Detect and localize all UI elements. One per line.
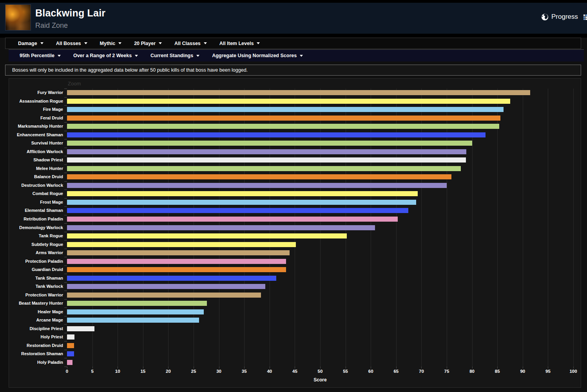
- chart-bar-protection-warrior[interactable]: [67, 293, 261, 298]
- x-tick-label: 95: [538, 369, 557, 374]
- chart-bar-demonology-warlock[interactable]: [67, 225, 375, 230]
- chart-bar-affliction-warlock[interactable]: [67, 149, 466, 154]
- progress-link[interactable]: Progress: [541, 13, 578, 21]
- axis-tick: [143, 367, 143, 369]
- gridline: [472, 89, 473, 367]
- x-tick-label: 85: [488, 369, 507, 374]
- chart-bar-discipline-priest[interactable]: [67, 326, 94, 331]
- x-tick-label: 80: [463, 369, 482, 374]
- chart-bar-healer-mage[interactable]: [67, 309, 204, 314]
- x-tick-label: 55: [336, 369, 355, 374]
- filter-aggregate-using-normalized-scores[interactable]: Aggregate Using Normalized Scores: [206, 53, 309, 58]
- axis-tick: [548, 367, 548, 369]
- filter-toolbar-secondary: 95th PercentileOver a Range of 2 WeeksCu…: [9, 49, 584, 61]
- chart-bar-feral-druid[interactable]: [67, 116, 500, 121]
- category-label: Demonology Warlock: [9, 225, 63, 230]
- filter-over-a-range-of-2-weeks[interactable]: Over a Range of 2 Weeks: [67, 53, 144, 58]
- chart-bar-holy-paladin[interactable]: [67, 360, 72, 365]
- category-label: Discipline Priest: [9, 326, 63, 331]
- axis-tick: [64, 324, 67, 325]
- category-label: Enhancement Shaman: [9, 132, 63, 137]
- chart-bar-arcane-mage[interactable]: [67, 318, 199, 323]
- chart-bar-beast-mastery-hunter[interactable]: [67, 301, 207, 306]
- x-axis-title: Score: [297, 377, 344, 383]
- category-label: Melee Hunter: [9, 166, 63, 171]
- notice-text: Bosses will only be included in the aggr…: [12, 67, 248, 73]
- filter-all-classes[interactable]: All Classes: [168, 41, 213, 46]
- filter-damage[interactable]: Damage: [12, 41, 50, 46]
- gridline: [573, 89, 574, 367]
- x-tick-label: 90: [513, 369, 532, 374]
- category-label: Tank Shaman: [9, 276, 63, 280]
- chart-bar-holy-priest[interactable]: [67, 334, 74, 340]
- filter-current-standings[interactable]: Current Standings: [144, 53, 206, 58]
- category-label: Protection Warrior: [9, 293, 63, 297]
- dropdown-label: All Item Levels: [219, 41, 254, 46]
- axis-tick: [64, 97, 67, 98]
- table-icon[interactable]: [583, 14, 587, 20]
- axis-tick: [64, 89, 67, 89]
- chart-bar-melee-hunter[interactable]: [67, 166, 461, 171]
- chart-bar-marksmanship-hunter[interactable]: [67, 124, 499, 129]
- category-label: Affliction Warlock: [9, 149, 63, 154]
- chevron-down-icon: [84, 42, 87, 44]
- globe-icon: [541, 13, 549, 21]
- filter-mythic[interactable]: Mythic: [94, 41, 128, 46]
- category-label: Protection Paladin: [9, 259, 63, 264]
- filter-all-bosses[interactable]: All Bosses: [50, 41, 94, 46]
- chart-bar-protection-paladin[interactable]: [67, 259, 286, 264]
- chart-bar-destruction-warlock[interactable]: [67, 183, 447, 188]
- chevron-down-icon: [40, 42, 43, 44]
- chart-bar-retribution-paladin[interactable]: [67, 217, 398, 222]
- axis-tick: [64, 164, 67, 165]
- axis-tick: [64, 350, 67, 350]
- chart-bar-elemental-shaman[interactable]: [67, 208, 408, 213]
- chart-bar-balance-druid[interactable]: [67, 174, 451, 179]
- chart-bar-tank-rogue[interactable]: [67, 233, 347, 238]
- chart-bar-restoration-druid[interactable]: [67, 343, 74, 348]
- dropdown-label: All Bosses: [56, 41, 81, 46]
- axis-tick: [573, 367, 574, 369]
- axis-tick: [64, 215, 67, 215]
- category-label: Combat Rogue: [9, 191, 63, 196]
- chart-bar-subtlety-rogue[interactable]: [67, 242, 296, 247]
- axis-tick: [244, 367, 245, 369]
- chart-bar-tank-shaman[interactable]: [67, 276, 276, 281]
- filter-95th-percentile[interactable]: 95th Percentile: [13, 53, 67, 58]
- chart-bar-tank-warlock[interactable]: [67, 284, 265, 289]
- x-tick-label: 0: [58, 369, 76, 374]
- chevron-down-icon: [300, 55, 303, 57]
- chart-bar-restoration-shaman[interactable]: [67, 351, 74, 356]
- category-label: Healer Mage: [9, 309, 63, 314]
- chevron-down-icon: [135, 55, 138, 57]
- filter-20-player[interactable]: 20 Player: [128, 41, 168, 46]
- filter-all-item-levels[interactable]: All Item Levels: [213, 41, 266, 46]
- chart-bar-fury-warrior[interactable]: [67, 90, 530, 95]
- axis-tick: [64, 358, 67, 358]
- chart-bar-arms-warrior[interactable]: [67, 250, 290, 255]
- axis-tick: [64, 206, 67, 207]
- category-label: Tank Rogue: [9, 233, 63, 238]
- chart-bar-survival-hunter[interactable]: [67, 141, 472, 146]
- chart-bar-frost-mage[interactable]: [67, 200, 416, 205]
- axis-tick: [92, 367, 93, 369]
- chart-bar-shadow-priest[interactable]: [67, 157, 466, 163]
- axis-tick: [64, 266, 67, 266]
- plot-grid: [67, 89, 573, 367]
- x-tick-label: 60: [361, 369, 380, 374]
- axis-tick: [219, 367, 219, 369]
- chart-bar-fire-mage[interactable]: [67, 107, 504, 112]
- raid-zone-thumbnail: [5, 4, 31, 31]
- axis-tick: [64, 367, 67, 367]
- category-label: Holy Paladin: [9, 360, 63, 365]
- axis-tick: [64, 291, 67, 291]
- chart-bar-guardian-druid[interactable]: [67, 267, 286, 272]
- chevron-down-icon: [204, 42, 207, 44]
- chart-bar-enhancement-shaman[interactable]: [67, 132, 486, 137]
- category-label: Balance Druid: [9, 174, 63, 179]
- chart-bar-combat-rogue[interactable]: [67, 191, 418, 196]
- chart-bar-assassination-rogue[interactable]: [67, 99, 510, 104]
- axis-tick: [64, 173, 67, 173]
- category-label: Feral Druid: [9, 116, 63, 120]
- axis-tick: [295, 367, 295, 369]
